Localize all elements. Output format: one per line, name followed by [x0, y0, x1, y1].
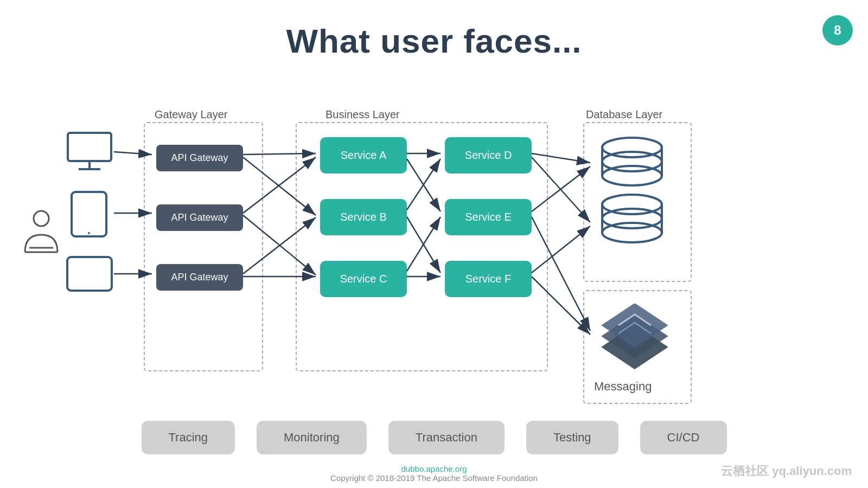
pill-cicd: CI/CD [640, 421, 727, 454]
gateway-box-1: API Gateway [156, 145, 243, 171]
pill-monitoring: Monitoring [257, 421, 367, 454]
svg-point-11 [602, 209, 662, 228]
footer-link[interactable]: dubbo.apache.org [401, 464, 467, 473]
desktop-icon [65, 130, 114, 176]
watermark: 云栖社区 yq.aliyun.com [721, 463, 852, 479]
user-icon [20, 209, 63, 260]
pill-transaction: Transaction [388, 421, 505, 454]
svg-point-21 [34, 211, 49, 226]
svg-rect-18 [72, 192, 106, 236]
service-c-box: Service C [320, 261, 407, 297]
messaging-label: Messaging [594, 380, 652, 394]
service-b-box: Service B [320, 199, 407, 235]
pill-testing: Testing [526, 421, 618, 454]
slide-title: What user faces... [0, 0, 868, 60]
pill-tracing: Tracing [142, 421, 235, 454]
service-a-box: Service A [320, 137, 407, 174]
messaging-icon [591, 304, 678, 382]
svg-point-5 [602, 152, 662, 171]
service-d-box: Service D [445, 137, 532, 174]
svg-rect-20 [67, 257, 112, 291]
tablet-icon [69, 190, 108, 241]
database-icon-2 [597, 192, 667, 260]
service-f-box: Service F [445, 261, 532, 297]
diagram-area: Gateway Layer Business Layer Database La… [0, 79, 868, 447]
service-e-box: Service E [445, 199, 532, 235]
gateway-layer-label: Gateway Layer [155, 108, 228, 121]
bottom-pills: Tracing Monitoring Transaction Testing C… [0, 421, 868, 454]
slide-badge: 8 [822, 15, 853, 46]
database-layer-label: Database Layer [586, 108, 662, 121]
phone-icon [65, 255, 114, 295]
svg-rect-15 [68, 133, 111, 161]
gateway-box-3: API Gateway [156, 264, 243, 291]
business-layer-label: Business Layer [326, 108, 400, 121]
gateway-box-2: API Gateway [156, 204, 243, 231]
